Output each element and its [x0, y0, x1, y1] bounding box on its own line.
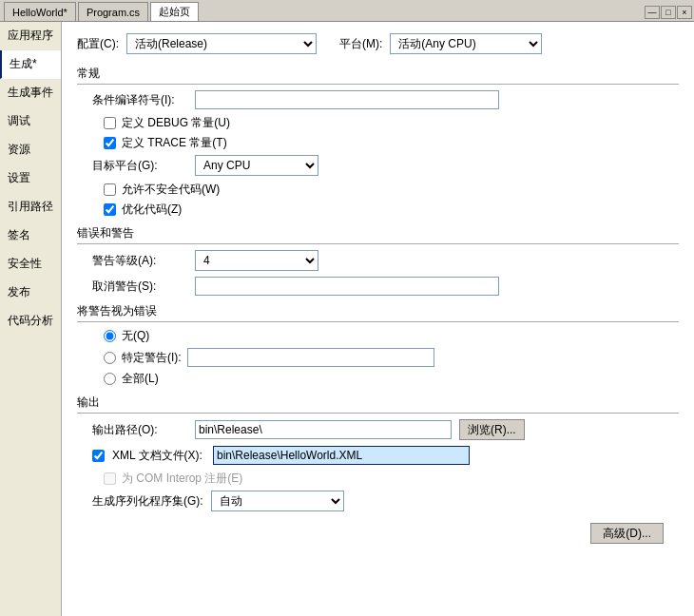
- platform-dropdown[interactable]: 活动(Any CPU): [390, 33, 542, 54]
- conditional-compile-input[interactable]: [195, 90, 499, 109]
- sidebar-item-security[interactable]: 安全性: [0, 250, 61, 279]
- platform-label: 平台(M):: [339, 36, 382, 52]
- optimize-checkbox[interactable]: [104, 203, 116, 216]
- define-debug-label[interactable]: 定义 DEBUG 常量(U): [122, 115, 230, 131]
- define-trace-checkbox[interactable]: [104, 137, 116, 149]
- com-interop-checkbox[interactable]: [104, 472, 116, 485]
- sidebar-item-reference-paths[interactable]: 引用路径: [0, 193, 61, 221]
- advanced-button[interactable]: 高级(D)...: [590, 523, 664, 544]
- define-debug-checkbox[interactable]: [104, 117, 116, 129]
- define-debug-row: 定义 DEBUG 常量(U): [77, 115, 679, 131]
- optimize-row: 优化代码(Z): [77, 202, 679, 218]
- output-path-input[interactable]: [195, 420, 452, 439]
- general-section-title: 常规: [77, 66, 679, 85]
- minimize-button[interactable]: —: [645, 6, 660, 19]
- conditional-compile-row: 条件编译符号(I):: [77, 90, 679, 109]
- optimize-label[interactable]: 优化代码(Z): [122, 202, 182, 218]
- output-path-label: 输出路径(O):: [92, 422, 187, 438]
- xml-doc-input[interactable]: [213, 446, 470, 465]
- config-row: 配置(C): 活动(Release) 平台(M): 活动(Any CPU): [77, 33, 679, 54]
- treat-warnings-section-title: 将警告视为错误: [77, 303, 679, 322]
- output-path-row: 输出路径(O): 浏览(R)...: [77, 419, 679, 440]
- sidebar-item-application[interactable]: 应用程序: [0, 22, 61, 50]
- sidebar-item-signing[interactable]: 签名: [0, 221, 61, 250]
- tab-program[interactable]: Program.cs: [78, 2, 148, 21]
- xml-doc-row: XML 文档文件(X):: [77, 446, 679, 465]
- output-section-title: 输出: [77, 395, 679, 414]
- suppress-warnings-row: 取消警告(S):: [77, 277, 679, 296]
- xml-doc-checkbox[interactable]: [92, 450, 105, 462]
- suppress-warnings-label: 取消警告(S):: [92, 279, 187, 295]
- browse-button[interactable]: 浏览(R)...: [459, 419, 525, 440]
- allow-unsafe-label[interactable]: 允许不安全代码(W): [122, 182, 220, 198]
- radio-none[interactable]: [104, 330, 116, 342]
- radio-none-label[interactable]: 无(Q): [122, 328, 149, 344]
- radio-none-row: 无(Q): [104, 328, 679, 344]
- allow-unsafe-checkbox[interactable]: [104, 183, 116, 196]
- warning-level-label: 警告等级(A):: [92, 253, 187, 269]
- target-platform-dropdown[interactable]: Any CPU: [195, 155, 318, 176]
- radio-all-row: 全部(L): [104, 371, 679, 387]
- radio-all-label[interactable]: 全部(L): [122, 371, 159, 387]
- config-dropdown[interactable]: 活动(Release): [126, 33, 317, 54]
- serialization-dropdown[interactable]: 自动: [211, 491, 344, 511]
- tab-start[interactable]: 起始页: [150, 2, 199, 21]
- main-content: 配置(C): 活动(Release) 平台(M): 活动(Any CPU) 常规…: [62, 22, 694, 616]
- sidebar-item-code-analysis[interactable]: 代码分析: [0, 307, 61, 336]
- sidebar-item-debug[interactable]: 调试: [0, 107, 61, 136]
- conditional-compile-label: 条件编译符号(I):: [92, 92, 187, 108]
- serialization-row: 生成序列化程序集(G): 自动: [77, 491, 679, 511]
- xml-doc-label[interactable]: XML 文档文件(X):: [112, 448, 205, 464]
- sidebar-item-resources[interactable]: 资源: [0, 136, 61, 164]
- sidebar-item-settings[interactable]: 设置: [0, 164, 61, 193]
- sidebar: 应用程序 生成* 生成事件 调试 资源 设置 引用路径 签名 安全性 发布 代码…: [0, 22, 62, 616]
- radio-specific-row: 特定警告(I):: [104, 348, 679, 367]
- allow-unsafe-row: 允许不安全代码(W): [77, 182, 679, 198]
- com-interop-label: 为 COM Interop 注册(E): [122, 471, 242, 487]
- target-platform-label: 目标平台(G):: [92, 158, 187, 174]
- warning-level-dropdown[interactable]: 4: [195, 250, 318, 271]
- com-interop-row: 为 COM Interop 注册(E): [77, 471, 679, 487]
- sidebar-item-build[interactable]: 生成*: [0, 50, 61, 79]
- specific-warnings-input[interactable]: [187, 348, 434, 367]
- advanced-row: 高级(D)...: [77, 523, 679, 544]
- radio-specific-label[interactable]: 特定警告(I):: [122, 350, 182, 366]
- serialization-label: 生成序列化程序集(G):: [92, 493, 203, 510]
- radio-specific[interactable]: [104, 352, 116, 364]
- sidebar-item-build-events[interactable]: 生成事件: [0, 79, 61, 107]
- tab-helloworld[interactable]: HelloWorld*: [4, 2, 76, 21]
- errors-section-title: 错误和警告: [77, 225, 679, 244]
- radio-all[interactable]: [104, 373, 116, 385]
- suppress-warnings-input[interactable]: [195, 277, 499, 296]
- close-button[interactable]: ×: [677, 6, 692, 19]
- treat-warnings-group: 无(Q) 特定警告(I): 全部(L): [77, 328, 679, 387]
- restore-button[interactable]: □: [661, 6, 676, 19]
- define-trace-label[interactable]: 定义 TRACE 常量(T): [122, 135, 227, 151]
- config-label: 配置(C):: [77, 36, 119, 52]
- define-trace-row: 定义 TRACE 常量(T): [77, 135, 679, 151]
- target-platform-row: 目标平台(G): Any CPU: [77, 155, 679, 176]
- warning-level-row: 警告等级(A): 4: [77, 250, 679, 271]
- sidebar-item-publish[interactable]: 发布: [0, 279, 61, 307]
